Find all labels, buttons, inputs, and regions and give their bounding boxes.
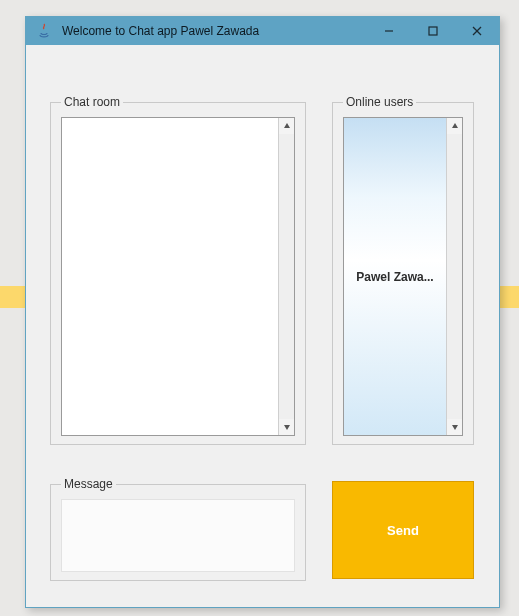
online-users-scrollbar[interactable] [446,118,462,435]
scroll-down-icon[interactable] [279,419,294,435]
send-button-label: Send [387,523,419,538]
chat-room-content [62,118,278,435]
online-users-panel: Online users Pawel Zawa... [332,95,474,445]
chat-window: Welcome to Chat app Pawel Zawada Chat ro… [25,16,500,608]
list-item[interactable]: Pawel Zawa... [356,270,433,284]
maximize-button[interactable] [411,17,455,45]
message-input[interactable] [61,499,295,572]
titlebar[interactable]: Welcome to Chat app Pawel Zawada [26,17,499,45]
scroll-up-icon[interactable] [447,118,462,134]
message-label: Message [61,477,116,491]
chat-room-scrollbar[interactable] [278,118,294,435]
online-users-label: Online users [343,95,416,109]
svg-marker-5 [284,425,290,430]
svg-marker-4 [284,123,290,128]
scroll-up-icon[interactable] [279,118,294,134]
svg-marker-7 [452,425,458,430]
chat-room-label: Chat room [61,95,123,109]
svg-rect-1 [429,27,437,35]
java-icon [32,19,56,43]
window-content: Chat room Online users Pawel Zawa... [26,45,499,81]
svg-marker-6 [452,123,458,128]
close-button[interactable] [455,17,499,45]
minimize-button[interactable] [367,17,411,45]
scroll-down-icon[interactable] [447,419,462,435]
chat-room-panel: Chat room [50,95,306,445]
window-title: Welcome to Chat app Pawel Zawada [62,24,259,38]
chat-room-textarea[interactable] [61,117,295,436]
send-button[interactable]: Send [332,481,474,579]
message-panel: Message [50,477,306,581]
online-users-list[interactable]: Pawel Zawa... [343,117,463,436]
